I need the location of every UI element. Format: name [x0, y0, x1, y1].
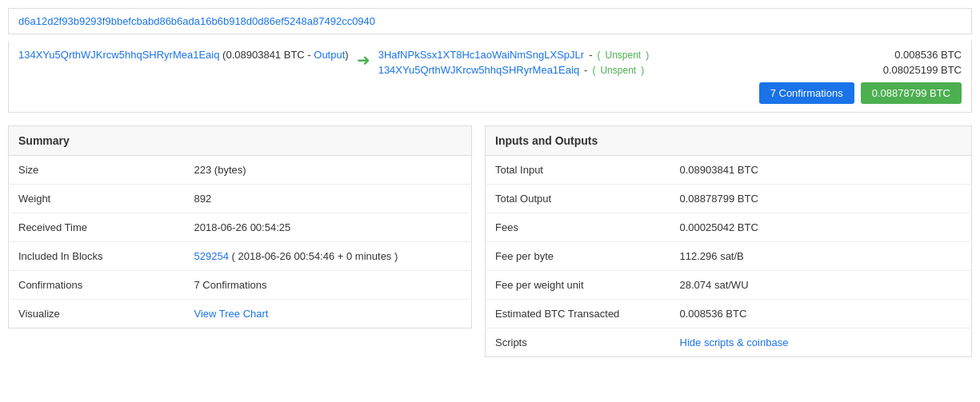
output-status-text-2: Unspent — [600, 65, 636, 76]
block-link[interactable]: 529254 — [194, 250, 229, 262]
io-row-scripts: Scripts Hide scripts & coinbase — [486, 328, 972, 357]
io-input: 134XYu5QrthWJKrcw5hhqSHRyrMea1Eaiq (0.08… — [18, 49, 349, 61]
summary-row-blocks: Included In Blocks 529254 ( 2018-06-26 0… — [9, 242, 472, 271]
fee-per-weight-value: 28.074 sat/WU — [670, 271, 972, 300]
fee-per-byte-value: 112.296 sat/B — [670, 242, 972, 271]
total-btc-button[interactable]: 0.08878799 BTC — [861, 82, 962, 104]
blocks-label: Included In Blocks — [9, 242, 185, 271]
scripts-label: Scripts — [486, 328, 670, 357]
io-row-estimated-btc: Estimated BTC Transacted 0.008536 BTC — [486, 300, 972, 328]
output-address-2: 134XYu5QrthWJKrcw5hhqSHRyrMea1Eaiq - (Un… — [378, 64, 645, 76]
confirmations-row: 7 Confirmations 0.08878799 BTC — [378, 82, 962, 104]
output-status-badge-1: ( — [597, 50, 600, 61]
blocks-value: 529254 ( 2018-06-26 00:54:46 + 0 minutes… — [185, 242, 472, 271]
confirmations-value: 7 Confirmations — [185, 271, 472, 300]
tx-hash-link[interactable]: d6a12d2f93b9293f9bbefcbabd86b6ada16b6b91… — [18, 15, 375, 27]
fee-per-byte-label: Fee per byte — [486, 242, 670, 271]
block-extra: ( 2018-06-26 00:54:46 + 0 minutes ) — [232, 250, 398, 262]
inputs-outputs-section: Inputs and Outputs Total Input 0.0890384… — [485, 125, 972, 357]
summary-section: Summary Size 223 (bytes) Weight 892 Rece… — [8, 125, 472, 357]
input-address-link[interactable]: 134XYu5QrthWJKrcw5hhqSHRyrMea1Eaiq — [18, 49, 219, 61]
total-input-value: 0.08903841 BTC — [670, 156, 972, 185]
inputs-outputs-table: Inputs and Outputs Total Input 0.0890384… — [485, 125, 972, 357]
io-outputs: 3HafNPkSsx1XT8Hc1aoWaiNmSngLXSpJLr - (Un… — [378, 49, 962, 104]
output-row-1: 3HafNPkSsx1XT8Hc1aoWaiNmSngLXSpJLr - (Un… — [378, 49, 962, 61]
output-address-link-2[interactable]: 134XYu5QrthWJKrcw5hhqSHRyrMea1Eaiq — [378, 64, 579, 76]
two-col-section: Summary Size 223 (bytes) Weight 892 Rece… — [8, 125, 972, 357]
output-address-link-1[interactable]: 3HafNPkSsx1XT8Hc1aoWaiNmSngLXSpJLr — [378, 49, 584, 61]
total-output-label: Total Output — [486, 185, 670, 213]
io-row: 134XYu5QrthWJKrcw5hhqSHRyrMea1Eaiq (0.08… — [8, 41, 972, 113]
summary-row-received: Received Time 2018-06-26 00:54:25 — [9, 213, 472, 242]
output-address-1: 3HafNPkSsx1XT8Hc1aoWaiNmSngLXSpJLr - (Un… — [378, 49, 650, 61]
io-row-total-output: Total Output 0.08878799 BTC — [486, 185, 972, 213]
output-status-text-1: Unspent — [605, 50, 641, 61]
weight-label: Weight — [9, 185, 185, 213]
size-value: 223 (bytes) — [185, 156, 472, 185]
dash-1: - — [589, 49, 592, 61]
total-input-label: Total Input — [486, 156, 670, 185]
hide-scripts-link[interactable]: Hide scripts & coinbase — [680, 336, 789, 348]
weight-value: 892 — [185, 185, 472, 213]
received-label: Received Time — [9, 213, 185, 242]
visualize-value: View Tree Chart — [185, 300, 472, 328]
output-amount-1: 0.008536 BTC — [894, 49, 962, 61]
scripts-value: Hide scripts & coinbase — [670, 328, 972, 357]
confirmations-label: Confirmations — [9, 271, 185, 300]
output-amount-2: 0.08025199 BTC — [883, 64, 962, 76]
input-amount: (0.08903841 BTC - Output) — [222, 49, 349, 61]
summary-row-size: Size 223 (bytes) — [9, 156, 472, 185]
summary-title: Summary — [9, 126, 472, 156]
size-label: Size — [9, 156, 185, 185]
estimated-btc-label: Estimated BTC Transacted — [486, 300, 670, 328]
confirmations-button[interactable]: 7 Confirmations — [759, 82, 854, 104]
inputs-outputs-title: Inputs and Outputs — [486, 126, 972, 156]
output-row-2: 134XYu5QrthWJKrcw5hhqSHRyrMea1Eaiq - (Un… — [378, 64, 962, 76]
dash-2: - — [584, 64, 587, 76]
io-row-fee-per-byte: Fee per byte 112.296 sat/B — [486, 242, 972, 271]
summary-row-visualize: Visualize View Tree Chart — [9, 300, 472, 328]
io-row-fees: Fees 0.00025042 BTC — [486, 213, 972, 242]
arrow-icon: ➜ — [357, 50, 370, 70]
fee-per-weight-label: Fee per weight unit — [486, 271, 670, 300]
fees-label: Fees — [486, 213, 670, 242]
view-tree-chart-link[interactable]: View Tree Chart — [194, 308, 269, 320]
fees-value: 0.00025042 BTC — [670, 213, 972, 242]
total-output-value: 0.08878799 BTC — [670, 185, 972, 213]
summary-row-confirmations: Confirmations 7 Confirmations — [9, 271, 472, 300]
output-status-badge-2: ( — [592, 65, 595, 76]
summary-row-weight: Weight 892 — [9, 185, 472, 213]
io-row-fee-per-weight: Fee per weight unit 28.074 sat/WU — [486, 271, 972, 300]
tx-hash-bar: d6a12d2f93b9293f9bbefcbabd86b6ada16b6b91… — [8, 8, 972, 34]
visualize-label: Visualize — [9, 300, 185, 328]
summary-table: Summary Size 223 (bytes) Weight 892 Rece… — [8, 125, 472, 328]
input-type-link[interactable]: Output — [314, 49, 345, 61]
io-row-total-input: Total Input 0.08903841 BTC — [486, 156, 972, 185]
estimated-btc-value: 0.008536 BTC — [670, 300, 972, 328]
received-value: 2018-06-26 00:54:25 — [185, 213, 472, 242]
